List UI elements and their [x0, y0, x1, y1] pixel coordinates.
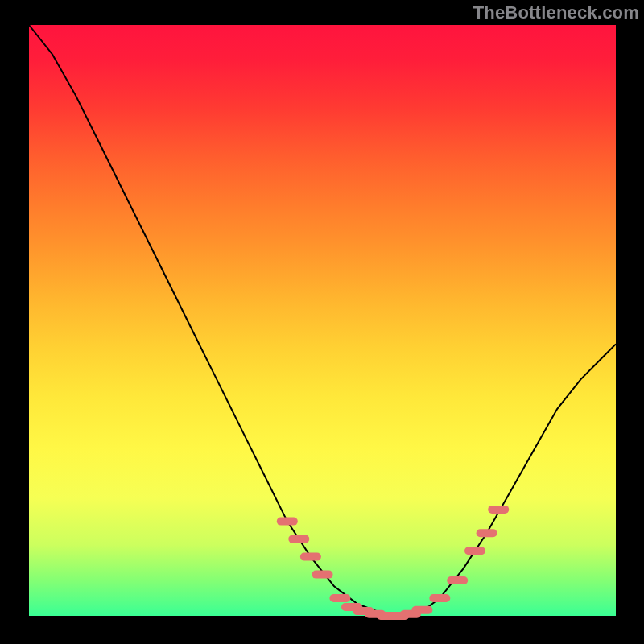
watermark-text: TheBottleneck.com: [473, 2, 639, 23]
plot-background: [29, 25, 616, 616]
